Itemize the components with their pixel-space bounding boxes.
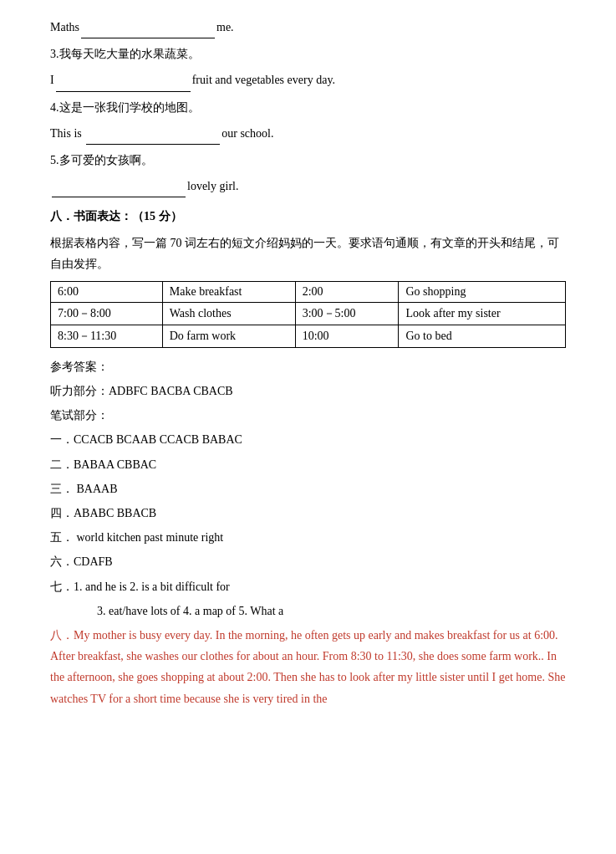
- section8-desc: 根据表格内容，写一篇 70 词左右的短文介绍妈妈的一天。要求语句通顺，有文章的开…: [50, 233, 566, 274]
- ref-answer-title: 参考答案：: [50, 356, 566, 377]
- table-cell: 3:00－5:00: [295, 302, 399, 325]
- line-school: This is our school.: [50, 123, 566, 145]
- section1-answers: 一．CCACB BCAAB CCACB BABAC: [50, 429, 566, 450]
- fruit-blank: [56, 69, 191, 91]
- section8-ans-text: My mother is busy every day. In the morn…: [50, 629, 565, 705]
- listening-answers: 听力部分：ADBFC BACBA CBACB: [50, 381, 566, 401]
- section5-answers-text: world kitchen past minute right: [77, 531, 224, 544]
- section7-label: 七．: [50, 580, 74, 593]
- maths-prefix: Maths: [50, 21, 79, 33]
- section5-label: 五．: [50, 531, 74, 544]
- table-cell: Wash clothes: [162, 302, 295, 325]
- section7-line1-text: 1. and he is 2. is a bit difficult for: [74, 580, 230, 593]
- section1-label: 一．: [50, 433, 74, 446]
- section2-answers: 二．BABAA CBBAC: [50, 454, 566, 475]
- school-suffix: our school.: [221, 127, 273, 140]
- section7-answers-line2: 3. eat/have lots of 4. a map of 5. What …: [50, 601, 566, 621]
- fruit-suffix: fruit and vegetables every day.: [192, 74, 335, 86]
- table-cell: Go to bed: [399, 325, 566, 347]
- table-cell: Go shopping: [399, 281, 566, 302]
- table-cell: 6:00: [51, 281, 163, 302]
- q5-cn: 5.多可爱的女孩啊。: [50, 150, 566, 171]
- section7-line2-text: 3. eat/have lots of 4. a map of 5. What …: [97, 605, 283, 617]
- q4-cn: 4.这是一张我们学校的地图。: [50, 97, 566, 118]
- written-label: 笔试部分：: [50, 405, 566, 426]
- page-content: Maths me. 3.我每天吃大量的水果蔬菜。 I fruit and veg…: [50, 17, 566, 709]
- q3-cn: 3.我每天吃大量的水果蔬菜。: [50, 43, 566, 64]
- section2-label: 二．: [50, 458, 74, 471]
- line-fruit: I fruit and vegetables every day.: [50, 69, 566, 91]
- lovely-suffix: lovely girl.: [187, 180, 238, 192]
- table-cell: 8:30－11:30: [51, 325, 163, 347]
- section8-answer: 八．My mother is busy every day. In the mo…: [50, 625, 566, 709]
- listening-label: 听力部分：: [50, 385, 109, 397]
- section3-answers: 三． BAAAB: [50, 478, 566, 499]
- table-cell: Look after my sister: [399, 302, 566, 325]
- section4-label: 四．: [50, 507, 74, 519]
- schedule-table: 6:00 Make breakfast 2:00 Go shopping 7:0…: [50, 281, 566, 348]
- listening-answers-text: ADBFC BACBA CBACB: [109, 385, 233, 397]
- line-maths: Maths me.: [50, 17, 566, 38]
- section3-answers-text: BAAAB: [77, 483, 118, 495]
- section4-answers-text: ABABC BBACB: [74, 507, 156, 519]
- school-blank: [86, 123, 220, 145]
- section6-label: 六．: [50, 555, 74, 568]
- table-cell: 2:00: [295, 281, 399, 302]
- table-row: 7:00－8:00 Wash clothes 3:00－5:00 Look af…: [51, 302, 566, 325]
- line-lovely: lovely girl.: [50, 176, 566, 197]
- table-row: 6:00 Make breakfast 2:00 Go shopping: [51, 281, 566, 302]
- answer-section: 参考答案： 听力部分：ADBFC BACBA CBACB 笔试部分： 一．CCA…: [50, 356, 566, 709]
- section7-answers: 七．1. and he is 2. is a bit difficult for: [50, 576, 566, 597]
- section6-answers-text: CDAFB: [74, 555, 113, 568]
- school-prefix: This is: [50, 127, 82, 140]
- maths-suffix: me.: [216, 21, 234, 33]
- table-cell: 10:00: [295, 325, 399, 347]
- section6-answers: 六．CDAFB: [50, 551, 566, 572]
- section4-answers: 四．ABABC BBACB: [50, 503, 566, 524]
- section3-label: 三．: [50, 483, 74, 495]
- section5-answers: 五． world kitchen past minute right: [50, 527, 566, 548]
- section8-desc-text: 根据表格内容，写一篇 70 词左右的短文介绍妈妈的一天。要求语句通顺，有文章的开…: [50, 237, 559, 270]
- section8-title: 八．书面表达：（15 分）: [50, 206, 566, 227]
- lovely-blank: [52, 176, 186, 197]
- table-row: 8:30－11:30 Do farm work 10:00 Go to bed: [51, 325, 566, 347]
- maths-blank: [81, 17, 215, 38]
- fruit-prefix: I: [50, 74, 54, 86]
- table-cell: 7:00－8:00: [51, 302, 163, 325]
- section2-answers-text: BABAA CBBAC: [74, 458, 156, 471]
- table-cell: Make breakfast: [162, 281, 295, 302]
- table-cell: Do farm work: [162, 325, 295, 347]
- section8-ans-label: 八．: [50, 629, 74, 642]
- section1-answers-text: CCACB BCAAB CCACB BABAC: [74, 433, 242, 446]
